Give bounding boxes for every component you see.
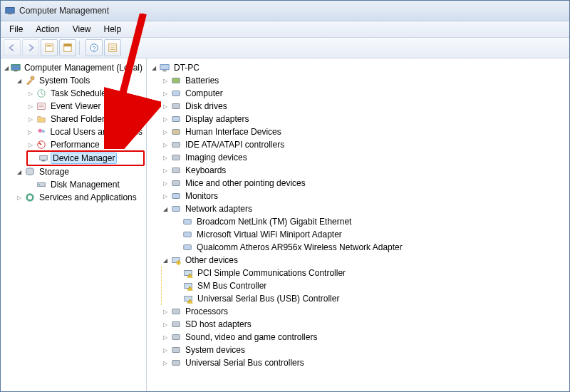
menu-view[interactable]: View: [67, 23, 97, 36]
expand-icon[interactable]: [26, 103, 34, 110]
expand-icon[interactable]: [161, 308, 169, 316]
device-manager-node[interactable]: Device Manager: [26, 150, 145, 166]
expand-icon[interactable]: [161, 77, 169, 85]
device-label: Imaging devices: [183, 152, 249, 163]
device-category-1[interactable]: Computer: [161, 87, 568, 100]
disk-management-label: Disk Management: [48, 179, 122, 190]
network-adapter-2[interactable]: Qualcomm Atheros AR956x Wireless Network…: [172, 241, 568, 254]
expand-icon[interactable]: [161, 192, 169, 200]
menu-file[interactable]: File: [4, 23, 28, 36]
expand-icon[interactable]: [26, 90, 34, 98]
device-label: Monitors: [183, 190, 220, 202]
expand-icon[interactable]: [15, 194, 23, 202]
device-label: Mice and other pointing devices: [183, 177, 308, 189]
device-icon: [170, 139, 182, 150]
services-label: Services and Applications: [37, 192, 139, 203]
root-node[interactable]: Computer Management (Local): [4, 61, 145, 74]
expand-icon[interactable]: [161, 257, 169, 264]
expand-icon[interactable]: [4, 64, 9, 72]
network-adapter-1[interactable]: Microsoft Virtual WiFi Miniport Adapter: [172, 228, 568, 241]
expand-icon[interactable]: [161, 205, 169, 213]
expand-icon[interactable]: [161, 115, 169, 123]
left-nav-pane[interactable]: Computer Management (Local) System Tools: [1, 58, 147, 392]
svg-point-23: [28, 196, 31, 199]
device-label: Batteries: [183, 75, 221, 86]
menu-help[interactable]: Help: [98, 23, 128, 36]
expand-icon[interactable]: [161, 180, 169, 187]
expand-icon[interactable]: [15, 168, 23, 176]
expand-icon[interactable]: [161, 321, 169, 329]
svg-rect-37: [184, 220, 192, 225]
expand-icon[interactable]: [161, 154, 169, 162]
device-icon: [170, 177, 182, 189]
system-tools-node[interactable]: System Tools: [15, 74, 145, 87]
device-category-post4[interactable]: Universal Serial Bus controllers: [161, 356, 568, 369]
expand-icon[interactable]: [26, 128, 34, 136]
device-category-network[interactable]: Network adapters: [161, 202, 568, 215]
expand-icon[interactable]: [161, 90, 169, 98]
device-category-3[interactable]: Display adapters: [161, 113, 568, 125]
device-category-0[interactable]: Batteries: [161, 74, 568, 87]
device-manager-icon: [38, 153, 49, 164]
expand-icon[interactable]: [161, 346, 169, 354]
toolbar-btn-3[interactable]: [104, 39, 121, 56]
expand-icon[interactable]: [161, 103, 169, 110]
device-category-4[interactable]: Human Interface Devices: [161, 125, 568, 138]
disk-management-node[interactable]: Disk Management: [26, 178, 145, 191]
expand-icon[interactable]: [15, 77, 23, 85]
warning-device-icon: !: [182, 267, 194, 279]
menu-action[interactable]: Action: [30, 23, 65, 36]
device-tree-pane[interactable]: DT-PC BatteriesComputerDisk drivesDispla…: [147, 58, 569, 392]
device-icon: [170, 152, 182, 163]
network-adapter-0[interactable]: Broadcom NetLink (TM) Gigabit Ethernet: [172, 215, 568, 228]
device-category-post3[interactable]: System devices: [161, 344, 568, 356]
expand-icon[interactable]: [161, 334, 169, 341]
toolbar-btn-1[interactable]: [41, 39, 58, 56]
device-icon: !: [170, 254, 182, 266]
content-area: Computer Management (Local) System Tools: [1, 58, 569, 392]
performance-node[interactable]: Performance: [26, 138, 145, 151]
other-device-1[interactable]: !SM Bus Controller: [173, 279, 568, 292]
expand-icon[interactable]: [150, 64, 157, 72]
device-category-8[interactable]: Mice and other pointing devices: [161, 177, 568, 190]
expand-icon[interactable]: [26, 115, 34, 123]
device-category-5[interactable]: IDE ATA/ATAPI controllers: [161, 138, 568, 151]
svg-rect-51: [172, 335, 180, 340]
toolbar-btn-2[interactable]: [59, 39, 76, 56]
expand-icon[interactable]: [161, 359, 169, 367]
task-scheduler-node[interactable]: Task Scheduler: [26, 87, 145, 100]
device-icon: [170, 190, 182, 202]
expand-icon[interactable]: [161, 128, 169, 136]
device-category-2[interactable]: Disk drives: [161, 100, 568, 113]
device-category-7[interactable]: Keyboards: [161, 164, 568, 177]
back-button[interactable]: [4, 39, 21, 56]
shared-folders-node[interactable]: Shared Folders: [26, 113, 145, 125]
device-category-post2[interactable]: Sound, video and game controllers: [161, 331, 568, 344]
performance-icon: [36, 139, 47, 150]
storage-node[interactable]: Storage: [15, 165, 145, 178]
help-button[interactable]: ?: [86, 39, 103, 56]
device-category-6[interactable]: Imaging devices: [161, 151, 568, 164]
app-icon: [5, 6, 15, 16]
device-label: System devices: [183, 344, 247, 356]
device-category-9[interactable]: Monitors: [161, 190, 568, 202]
device-icon: [170, 165, 182, 176]
device-icon: [170, 203, 182, 215]
other-device-2[interactable]: !Universal Serial Bus (USB) Controller: [173, 292, 568, 305]
device-category-other[interactable]: !Other devices: [161, 254, 568, 267]
expand-icon[interactable]: [26, 141, 34, 149]
device-category-post0[interactable]: Processors: [161, 305, 568, 318]
device-category-post1[interactable]: SD host adapters: [161, 318, 568, 331]
forward-button[interactable]: [22, 39, 39, 56]
services-node[interactable]: Services and Applications: [15, 191, 145, 204]
local-users-node[interactable]: Local Users and Groups: [26, 125, 145, 138]
expand-icon[interactable]: [161, 141, 169, 149]
svg-rect-38: [184, 232, 192, 237]
services-icon: [24, 192, 36, 203]
event-viewer-node[interactable]: Event Viewer: [26, 100, 145, 113]
svg-rect-0: [6, 8, 14, 14]
device-icon: [170, 75, 182, 86]
computer-root-node[interactable]: DT-PC: [150, 61, 568, 74]
other-device-0[interactable]: !PCI Simple Communications Controller: [173, 267, 568, 279]
expand-icon[interactable]: [161, 167, 169, 175]
